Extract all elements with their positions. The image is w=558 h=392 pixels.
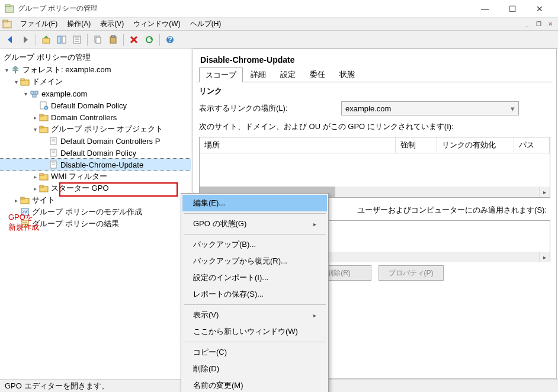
properties-button[interactable]: プロパティ(P) [379,265,444,281]
tree-ddcp[interactable]: Default Domain Controllers P [0,135,191,147]
cm-delete[interactable]: 削除(D) [182,361,327,377]
expander-icon[interactable]: ▾ [12,79,20,85]
expander-icon[interactable]: ▾ [21,91,30,97]
tab-detail[interactable]: 詳細 [244,67,272,82]
tab-status[interactable]: 状態 [333,67,361,82]
tree-root[interactable]: グループ ポリシーの管理 [0,51,191,64]
col-link-enabled[interactable]: リンクの有効化 [437,137,514,153]
tree-disable-chrome-update[interactable]: Disable-Chrome-Update [0,159,191,171]
maximize-button[interactable]: ☐ [499,0,526,18]
tree-wmi-filter[interactable]: ▸ WMI フィルター [0,171,191,182]
col-path[interactable]: パス [514,137,550,153]
cm-separator [184,213,326,214]
cm-gpo-status[interactable]: GPO の状態(G)▸ [182,216,327,232]
svg-rect-0 [5,6,14,12]
title-bar: グループ ポリシーの管理 — ☐ ✕ [0,0,558,18]
copy-button[interactable] [91,33,104,46]
grid-header: 場所 強制 リンクの有効化 パス [200,137,550,153]
cm-new-window[interactable]: ここから新しいウィンドウ(W) [182,323,327,340]
window-title: グループ ポリシーの管理 [18,4,472,14]
mmc-icon [2,20,12,29]
svg-marker-4 [8,36,12,43]
tab-settings[interactable]: 設定 [274,67,302,82]
link-grid[interactable]: 場所 強制 リンクの有効化 パス ▸ [199,137,550,198]
expander-icon[interactable]: ▸ [31,185,39,192]
tab-scope[interactable]: スコープ [199,68,243,82]
svg-rect-29 [31,91,34,94]
svg-rect-52 [21,197,24,199]
menu-help[interactable]: ヘルプ(H) [185,18,226,30]
svg-rect-50 [40,185,43,187]
tree-domains[interactable]: ▾ ドメイン [0,76,191,88]
properties-button[interactable] [70,33,84,46]
expander-icon[interactable]: ▸ [31,114,39,121]
tree-domain-example[interactable]: ▾ example.com [0,88,191,99]
cm-edit[interactable]: 編集(E)... [182,195,327,211]
cm-backup[interactable]: バックアップ(B)... [182,236,327,253]
svg-rect-28 [21,79,24,81]
delete-button[interactable] [127,33,140,46]
tree-domain-controllers[interactable]: ▸ Domain Controllers [0,111,191,123]
menu-file[interactable]: ファイル(F) [15,18,62,30]
help-button[interactable]: ? [163,33,177,46]
menu-view[interactable]: 表示(V) [95,18,129,30]
scroll-right-button[interactable]: ▸ [539,252,550,262]
menu-action[interactable]: 操作(A) [62,18,95,30]
mdi-close-button[interactable]: ✕ [545,19,556,30]
tab-delegation[interactable]: 委任 [303,67,332,82]
tree-default-domain-policy[interactable]: Default Domain Policy [0,99,191,111]
svg-rect-9 [62,36,66,43]
up-button[interactable] [40,33,53,46]
cm-import[interactable]: 設定のインポート(I)... [182,269,327,286]
gpo-icon [49,136,58,146]
link-location-value: example.com [345,104,391,113]
forest-icon [11,65,20,75]
folder-icon [20,195,30,205]
expander-icon[interactable]: ▸ [31,173,39,180]
svg-rect-2 [3,21,11,28]
submenu-arrow-icon: ▸ [313,312,316,319]
mdi-minimize-button[interactable]: _ [521,19,532,30]
refresh-button[interactable] [143,33,156,46]
gpo-title: Disable-Chrome-Update [197,53,553,67]
cm-rename[interactable]: 名前の変更(M) [182,377,327,392]
ou-icon [39,113,49,122]
back-button[interactable] [4,33,17,46]
cm-restore[interactable]: バックアップから復元(R)... [182,253,327,269]
tree-pane: グループ ポリシーの管理 ▾ フォレスト: example.com ▾ ドメイン [0,49,191,379]
col-location[interactable]: 場所 [200,137,396,153]
svg-marker-7 [44,36,49,38]
expander-icon[interactable]: ▸ [12,197,20,204]
tree-forest[interactable]: ▾ フォレスト: example.com [0,64,191,76]
scroll-right-button[interactable]: ▸ [539,187,550,197]
col-force[interactable]: 強制 [396,137,437,153]
status-text: GPO エディターを開きます。 [5,381,109,391]
gpo-icon [49,148,58,158]
tree-gpo-folder[interactable]: ▾ グループ ポリシー オブジェクト [0,123,191,135]
minimize-button[interactable]: — [472,0,499,18]
cm-copy[interactable]: コピー(C) [182,344,327,361]
svg-rect-26 [15,71,16,73]
grid-body [200,153,550,187]
tree-sites[interactable]: ▸ サイト [0,194,191,206]
tree-modeling[interactable]: グループ ポリシーのモデル作成 [0,206,191,218]
svg-rect-16 [110,37,116,43]
menu-window[interactable]: ウィンドウ(W) [129,18,185,30]
close-button[interactable]: ✕ [526,0,553,18]
expander-icon[interactable]: ▾ [31,126,39,133]
svg-rect-31 [33,95,36,97]
link-section-label: リンク [197,82,553,99]
mdi-restore-button[interactable]: ❐ [533,19,544,30]
paste-button[interactable] [107,33,120,46]
tree-results[interactable]: グループ ポリシーの結果 [0,218,191,230]
cm-view[interactable]: 表示(V)▸ [182,307,327,323]
svg-rect-6 [43,38,50,43]
cm-save-report[interactable]: レポートの保存(S)... [182,286,327,303]
tree-starter-gpo[interactable]: ▸ スターター GPO [0,182,191,194]
link-location-combo[interactable]: example.com ▾ [341,101,519,115]
submenu-arrow-icon: ▸ [313,221,316,227]
expander-icon[interactable]: ▾ [2,67,11,73]
show-hide-tree-button[interactable] [55,33,68,46]
tree-ddp2[interactable]: Default Domain Policy [0,147,191,159]
forward-button[interactable] [19,33,32,46]
